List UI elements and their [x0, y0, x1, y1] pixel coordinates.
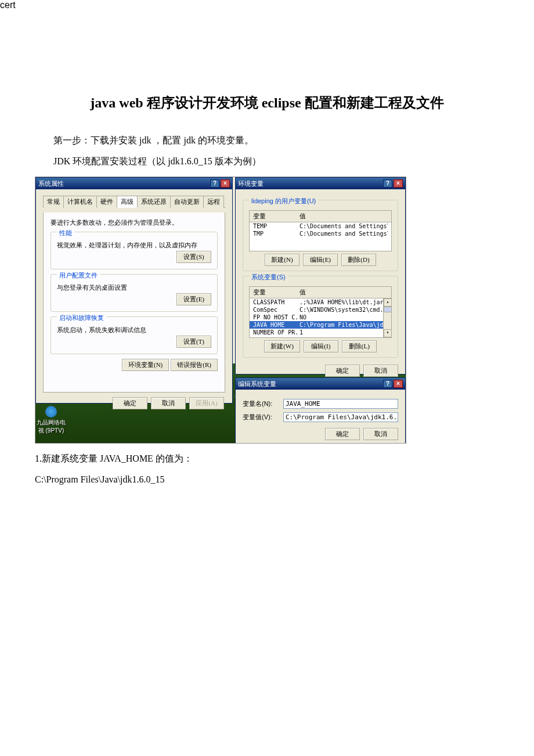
table-row[interactable]: CLASSPATH.;%JAVA_HOME%\lib\dt.jar;%JAVA_…: [250, 298, 391, 306]
tab-remote[interactable]: 远程: [203, 196, 224, 208]
scroll-up-icon[interactable]: ▴: [384, 298, 392, 307]
user-delete-button[interactable]: 删除(D): [341, 254, 376, 266]
col-val[interactable]: 值: [296, 211, 391, 222]
window-titlebar[interactable]: 编辑系统变量 ? ×: [236, 378, 405, 390]
paragraph-3: 1.新建系统变量 JAVA_HOME 的值为：: [35, 449, 499, 468]
sys-new-button[interactable]: 新建(W): [264, 340, 300, 352]
scrollbar[interactable]: ▴ ▾: [383, 298, 391, 337]
doc-title: java web 程序设计开发环境 eclipse 配置和新建工程及文件: [35, 92, 499, 114]
apply-button[interactable]: 应用(A): [189, 397, 224, 409]
startup-settings-button[interactable]: 设置(T): [176, 336, 211, 348]
sys-vars-header: 变量 值: [249, 286, 392, 298]
admin-note: 要进行大多数改动，您必须作为管理员登录。: [50, 218, 218, 227]
profile-text: 与您登录有关的桌面设置: [57, 283, 211, 292]
table-row[interactable]: OSWindows_NT: [250, 336, 391, 338]
col-val[interactable]: 值: [296, 287, 391, 298]
tab-hardware[interactable]: 硬件: [96, 196, 117, 208]
col-var[interactable]: 变量: [250, 211, 296, 222]
user-vars-list[interactable]: TEMPC:\Documents and Settings\lidep...TM…: [249, 222, 392, 251]
profile-legend: 用户配置文件: [57, 271, 100, 280]
perf-text: 视觉效果，处理器计划，内存使用，以及虚拟内存: [57, 241, 211, 250]
help-icon[interactable]: ?: [210, 179, 219, 188]
user-edit-button[interactable]: 编辑(E): [303, 254, 338, 266]
env-vars-button[interactable]: 环境变量(N): [122, 359, 169, 371]
user-vars-legend: lideping 的用户变量(U): [249, 197, 318, 206]
help-icon[interactable]: ?: [383, 179, 392, 188]
table-row[interactable]: FP_NO_HOST_C...NO: [250, 314, 391, 321]
window-titlebar[interactable]: 环境变量 ? ×: [236, 178, 405, 189]
cancel-button[interactable]: 取消: [363, 428, 398, 440]
ok-button[interactable]: 确定: [325, 428, 360, 440]
table-row[interactable]: JAVA_HOMEC:\Program Files\Java\jdk1.6.0_…: [250, 321, 391, 329]
tab-auto-update[interactable]: 自动更新: [170, 196, 204, 208]
sys-vars-legend: 系统变量(S): [249, 273, 288, 282]
ok-button[interactable]: 确定: [325, 365, 360, 377]
ok-button[interactable]: 确定: [113, 397, 147, 409]
var-name-input[interactable]: [283, 399, 398, 409]
startup-legend: 启动和故障恢复: [57, 314, 106, 322]
error-report-button[interactable]: 错误报告(R): [171, 359, 218, 371]
close-icon[interactable]: ×: [221, 179, 230, 188]
window-title: 环境变量: [238, 179, 264, 188]
paragraph-2: JDK 环境配置安装过程（以 jdk1.6.0_15 版本为例）: [35, 152, 499, 171]
perf-legend: 性能: [57, 229, 74, 237]
paragraph-4: C:\Program Files\Java\jdk1.6.0_15: [35, 470, 499, 489]
user-vars-header: 变量 值: [249, 210, 392, 222]
table-row[interactable]: TMPC:\Documents and Settings\lidep...: [250, 230, 391, 237]
tabs: 常规 计算机名 硬件 高级 系统还原 自动更新 远程: [43, 195, 225, 208]
edit-sys-var-window: 编辑系统变量 ? × 变量名(N): 变量值(V): 确定 取消: [235, 377, 406, 444]
window-title: 编辑系统变量: [238, 380, 276, 388]
profile-settings-button[interactable]: 设置(E): [176, 293, 211, 305]
scroll-thumb[interactable]: [384, 307, 392, 312]
tab-system-restore[interactable]: 系统还原: [137, 196, 171, 208]
paragraph-1: 第一步：下载并安装 jdk ，配置 jdk 的环境变量。: [35, 131, 499, 150]
system-properties-window: 系统属性 ? × 常规 计算机名 硬件 高级 系统还原 自动更新 远程 要进行大…: [35, 177, 233, 404]
table-row[interactable]: ComSpecC:\WINDOWS\system32\cmd.exe: [250, 306, 391, 314]
tab-general[interactable]: 常规: [43, 196, 64, 208]
cancel-button[interactable]: 取消: [363, 365, 398, 377]
window-title: 系统属性: [38, 179, 64, 188]
env-vars-window: 环境变量 ? × lideping 的用户变量(U) 变量 值 TEMPC:\D…: [235, 177, 406, 375]
tab-advanced[interactable]: 高级: [117, 196, 138, 208]
perf-settings-button[interactable]: 设置(S): [176, 251, 211, 263]
help-icon[interactable]: ?: [383, 380, 392, 388]
cancel-button[interactable]: 取消: [151, 397, 186, 409]
var-value-input[interactable]: [283, 412, 398, 422]
table-row[interactable]: NUMBER_OF_PR...1: [250, 329, 391, 336]
tab-computer-name[interactable]: 计算机名: [63, 196, 97, 208]
sys-vars-list[interactable]: CLASSPATH.;%JAVA_HOME%\lib\dt.jar;%JAVA_…: [249, 298, 392, 338]
close-icon[interactable]: ×: [394, 179, 403, 188]
col-var[interactable]: 变量: [250, 287, 296, 298]
table-row[interactable]: TEMPC:\Documents and Settings\lidep...: [250, 222, 391, 230]
user-new-button[interactable]: 新建(N): [265, 254, 300, 266]
startup-text: 系统启动，系统失败和调试信息: [57, 326, 211, 334]
scroll-down-icon[interactable]: ▾: [384, 329, 392, 337]
var-value-label: 变量值(V):: [243, 413, 283, 422]
sys-edit-button[interactable]: 编辑(I): [304, 340, 338, 352]
window-titlebar[interactable]: 系统属性 ? ×: [36, 178, 232, 189]
desktop-icon-label: 九品网络电视 (9PTV): [37, 419, 66, 435]
screenshot-env-config: www.bdocx.com 九品网络电视 (9PTV) 系统属性 ? × 常规 …: [35, 177, 406, 444]
close-icon[interactable]: ×: [394, 380, 403, 388]
var-name-label: 变量名(N):: [243, 399, 283, 408]
sys-delete-button[interactable]: 删除(L): [342, 340, 377, 352]
